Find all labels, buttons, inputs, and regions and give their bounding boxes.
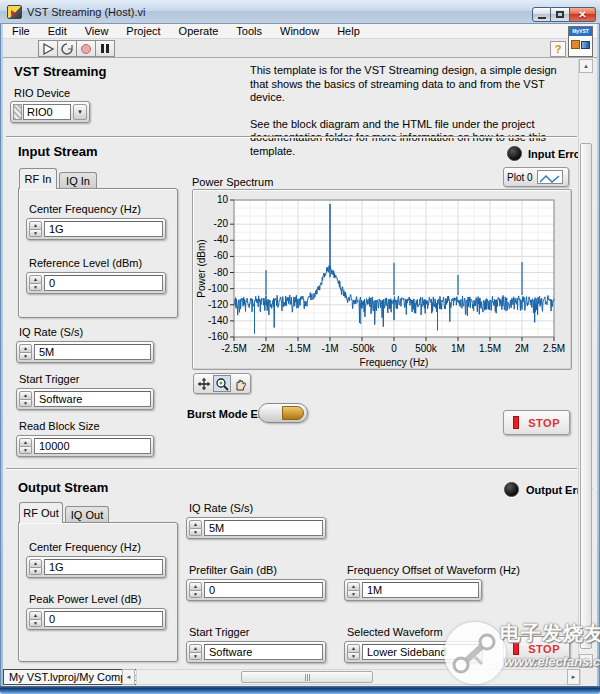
decrement-icon[interactable]: ▼ bbox=[29, 568, 42, 576]
tab-rf-out[interactable]: RF Out bbox=[19, 502, 63, 523]
output-center-frequency-control[interactable]: ▲▼ 1G bbox=[26, 556, 166, 578]
scroll-down-icon[interactable]: ▼ bbox=[579, 654, 593, 668]
output-start-trigger-control[interactable]: ▲▼ Software bbox=[186, 641, 326, 663]
output-start-trigger-value[interactable]: Software bbox=[204, 644, 323, 660]
increment-icon[interactable]: ▲ bbox=[29, 221, 42, 230]
increment-icon[interactable]: ▲ bbox=[347, 582, 360, 591]
menu-item-file[interactable]: File bbox=[3, 25, 39, 37]
pan-tool-button[interactable] bbox=[231, 375, 249, 392]
input-iq-rate-control[interactable]: ▲▼ 5M bbox=[16, 341, 154, 363]
horizontal-scrollbar[interactable] bbox=[136, 669, 581, 685]
output-stop-button[interactable]: STOP bbox=[503, 636, 570, 661]
increment-icon[interactable]: ▲ bbox=[19, 438, 32, 447]
spinner-buttons[interactable]: ▲▼ bbox=[29, 221, 42, 237]
pause-button[interactable] bbox=[95, 40, 115, 57]
zoom-tool-button[interactable] bbox=[213, 375, 231, 392]
decrement-icon[interactable]: ▼ bbox=[347, 591, 360, 599]
increment-icon[interactable]: ▲ bbox=[347, 644, 360, 653]
spinner-buttons[interactable]: ▲▼ bbox=[29, 611, 42, 627]
decrement-icon[interactable]: ▼ bbox=[29, 620, 42, 628]
output-frequency-offset-value[interactable]: 1M bbox=[362, 582, 479, 598]
menu-item-help[interactable]: Help bbox=[328, 25, 369, 37]
output-selected-waveform-value[interactable]: Lower Sideband bbox=[362, 644, 479, 660]
input-iq-rate-value[interactable]: 5M bbox=[34, 344, 151, 360]
burst-mode-switch[interactable] bbox=[258, 403, 308, 423]
input-read-block-size-value[interactable]: 10000 bbox=[34, 438, 151, 454]
combo-dropdown-button[interactable]: ▼ bbox=[73, 104, 87, 120]
input-center-frequency-value[interactable]: 1G bbox=[44, 221, 163, 237]
spinner-buttons[interactable]: ▲▼ bbox=[347, 644, 360, 660]
maximize-button[interactable] bbox=[551, 7, 570, 22]
plot-legend[interactable]: Plot 0 bbox=[503, 167, 569, 187]
spinner-buttons[interactable]: ▲▼ bbox=[189, 582, 202, 598]
output-prefilter-gain-control[interactable]: ▲▼ 0 bbox=[186, 579, 326, 601]
decrement-icon[interactable]: ▼ bbox=[19, 353, 32, 361]
spinner-buttons[interactable]: ▲▼ bbox=[347, 582, 360, 598]
output-iq-rate-control[interactable]: ▲▼ 5M bbox=[186, 517, 326, 539]
decrement-icon[interactable]: ▼ bbox=[19, 400, 32, 408]
output-selected-waveform-control[interactable]: ▲▼ Lower Sideband bbox=[344, 641, 482, 663]
increment-icon[interactable]: ▲ bbox=[189, 644, 202, 653]
run-button[interactable] bbox=[38, 40, 58, 57]
scroll-right-icon[interactable]: ► bbox=[567, 669, 580, 685]
rio-device-value[interactable]: RIO0 bbox=[23, 104, 71, 120]
increment-icon[interactable]: ▲ bbox=[29, 559, 42, 568]
spinner-buttons[interactable]: ▲▼ bbox=[19, 391, 32, 407]
scroll-left-icon[interactable]: ◄ bbox=[122, 669, 135, 685]
input-start-trigger-control[interactable]: ▲▼ Software bbox=[16, 388, 154, 410]
spinner-buttons[interactable]: ▲▼ bbox=[29, 559, 42, 575]
decrement-icon[interactable]: ▼ bbox=[347, 653, 360, 661]
spinner-buttons[interactable]: ▲▼ bbox=[189, 520, 202, 536]
increment-icon[interactable]: ▲ bbox=[29, 611, 42, 620]
output-center-frequency-value[interactable]: 1G bbox=[44, 559, 163, 575]
minimize-button[interactable] bbox=[532, 7, 551, 22]
close-button[interactable]: ✕ bbox=[570, 7, 596, 22]
menu-item-edit[interactable]: Edit bbox=[39, 25, 76, 37]
increment-icon[interactable]: ▲ bbox=[19, 344, 32, 353]
spinner-buttons[interactable]: ▲▼ bbox=[19, 344, 32, 360]
abort-button[interactable] bbox=[76, 40, 96, 57]
output-prefilter-gain-value[interactable]: 0 bbox=[204, 582, 323, 598]
output-peak-power-value[interactable]: 0 bbox=[44, 611, 163, 627]
horizontal-scrollbar-thumb[interactable] bbox=[241, 671, 373, 683]
title-bar[interactable]: VST Streaming (Host).vi ✕ bbox=[0, 0, 600, 24]
menu-item-operate[interactable]: Operate bbox=[170, 25, 228, 37]
decrement-icon[interactable]: ▼ bbox=[29, 230, 42, 238]
vertical-scrollbar[interactable]: ▲ ▼ bbox=[578, 59, 592, 668]
cursor-tool-button[interactable] bbox=[195, 375, 213, 392]
increment-icon[interactable]: ▲ bbox=[29, 275, 42, 284]
output-frequency-offset-control[interactable]: ▲▼ 1M bbox=[344, 579, 482, 601]
tab-iq-in[interactable]: IQ In bbox=[59, 172, 97, 189]
vi-icon-badge[interactable]: MyVST bbox=[568, 26, 593, 57]
scroll-up-icon[interactable]: ▲ bbox=[579, 59, 593, 73]
menu-item-project[interactable]: Project bbox=[117, 25, 169, 37]
tab-iq-out[interactable]: IQ Out bbox=[65, 506, 109, 523]
increment-icon[interactable]: ▲ bbox=[19, 391, 32, 400]
increment-icon[interactable]: ▲ bbox=[189, 520, 202, 529]
spinner-buttons[interactable]: ▲▼ bbox=[189, 644, 202, 660]
input-reference-level-value[interactable]: 0 bbox=[44, 275, 163, 291]
output-iq-rate-value[interactable]: 5M bbox=[204, 520, 323, 536]
menu-item-window[interactable]: Window bbox=[271, 25, 328, 37]
run-continuously-button[interactable] bbox=[57, 40, 77, 57]
power-spectrum-chart[interactable]: -2.5M-2M-1.5M-1M-500k0500k1M1.5M2M2.5M10… bbox=[192, 189, 572, 370]
input-center-frequency-control[interactable]: ▲▼ 1G bbox=[26, 218, 166, 240]
input-stop-button[interactable]: STOP bbox=[503, 410, 570, 435]
output-peak-power-control[interactable]: ▲▼ 0 bbox=[26, 608, 166, 630]
decrement-icon[interactable]: ▼ bbox=[189, 591, 202, 599]
vertical-scrollbar-thumb[interactable] bbox=[580, 143, 592, 649]
decrement-icon[interactable]: ▼ bbox=[29, 284, 42, 292]
decrement-icon[interactable]: ▼ bbox=[19, 447, 32, 455]
input-reference-level-control[interactable]: ▲▼ 0 bbox=[26, 272, 166, 294]
rio-device-combo[interactable]: RIO0 ▼ bbox=[10, 101, 90, 123]
menu-item-tools[interactable]: Tools bbox=[227, 25, 271, 37]
menu-item-view[interactable]: View bbox=[76, 25, 118, 37]
context-help-button[interactable]: ? bbox=[550, 41, 566, 57]
tab-rf-in[interactable]: RF In bbox=[19, 168, 57, 189]
input-read-block-size-control[interactable]: ▲▼ 10000 bbox=[16, 435, 154, 457]
increment-icon[interactable]: ▲ bbox=[189, 582, 202, 591]
decrement-icon[interactable]: ▼ bbox=[189, 529, 202, 537]
spinner-buttons[interactable]: ▲▼ bbox=[29, 275, 42, 291]
decrement-icon[interactable]: ▼ bbox=[189, 653, 202, 661]
spinner-buttons[interactable]: ▲▼ bbox=[19, 438, 32, 454]
